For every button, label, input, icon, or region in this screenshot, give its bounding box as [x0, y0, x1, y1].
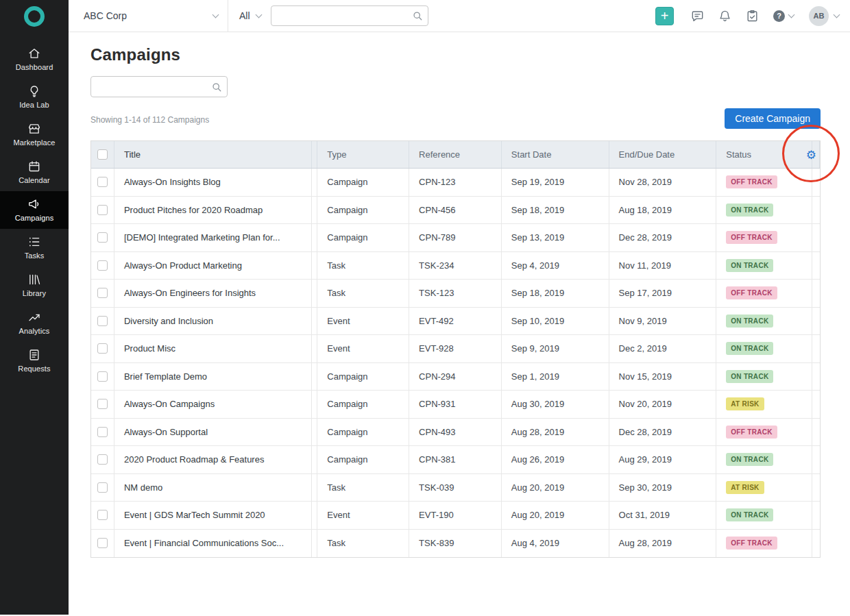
row-checkbox[interactable] [97, 343, 108, 354]
frozen-divider [312, 530, 317, 558]
row-end-spacer [812, 335, 820, 362]
home-icon [27, 47, 41, 60]
table-row[interactable]: Always-On SupportalCampaignCPN-493Aug 28… [91, 419, 820, 447]
campaign-title[interactable]: Always-On Insights Blog [114, 169, 312, 196]
campaign-status-cell: ON TRACK [716, 197, 812, 224]
column-status[interactable]: Status [716, 141, 812, 168]
chevron-down-icon [788, 12, 795, 19]
table-row[interactable]: Product Pitches for 2020 RoadmapCampaign… [91, 197, 820, 225]
main-content: Campaigns Showing 1-14 of 112 Campaigns … [69, 32, 850, 616]
row-checkbox[interactable] [97, 260, 108, 271]
brand-logo-icon[interactable] [24, 6, 45, 27]
sidebar-item-label: Analytics [19, 327, 50, 335]
campaign-end-date: Sep 30, 2019 [609, 474, 717, 502]
table-row[interactable]: Always-On Product MarketingTaskTSK-234Se… [91, 252, 820, 280]
campaign-status-cell: OFF TRACK [716, 419, 812, 446]
campaign-title[interactable]: Always-On Product Marketing [114, 252, 312, 280]
sidebar-item-tasks[interactable]: Tasks [0, 229, 69, 267]
table-row[interactable]: Event | Financial Communications Soc...T… [91, 530, 820, 558]
row-end-spacer [812, 169, 820, 196]
sidebar-item-library[interactable]: Library [0, 267, 69, 304]
row-checkbox[interactable] [97, 288, 108, 298]
campaign-end-date: Nov 11, 2019 [609, 252, 717, 280]
column-end-date[interactable]: End/Due Date [609, 141, 717, 168]
approvals-icon[interactable] [745, 9, 760, 23]
create-campaign-button[interactable]: Create Campaign [725, 108, 821, 129]
sidebar-item-requests[interactable]: Requests [0, 342, 69, 380]
frozen-divider [312, 502, 317, 529]
campaign-title[interactable]: Always-On Campaigns [114, 391, 312, 418]
campaign-status-cell: ON TRACK [716, 335, 812, 362]
campaign-title[interactable]: Diversity and Inclusion [114, 308, 312, 335]
status-badge: ON TRACK [726, 259, 773, 272]
row-checkbox[interactable] [97, 399, 108, 409]
campaign-title[interactable]: Product Pitches for 2020 Roadmap [114, 197, 312, 224]
row-checkbox[interactable] [97, 232, 108, 243]
sidebar-item-idea-lab[interactable]: Idea Lab [0, 78, 69, 116]
row-select-cell [91, 197, 114, 224]
campaign-type: Task [317, 280, 409, 307]
chevron-down-icon [255, 12, 262, 19]
table-row[interactable]: [DEMO] Integrated Marketing Plan for...C… [91, 224, 820, 252]
campaign-end-date: Nov 15, 2019 [609, 363, 717, 391]
row-select-cell [91, 169, 114, 196]
campaign-end-date: Dec 28, 2019 [609, 419, 717, 446]
row-checkbox[interactable] [97, 205, 108, 215]
campaign-start-date: Sep 13, 2019 [502, 224, 609, 251]
row-checkbox[interactable] [97, 371, 108, 382]
campaign-title[interactable]: 2020 Product Roadmap & Features [114, 446, 312, 473]
messages-icon[interactable] [690, 9, 705, 23]
campaign-reference: TSK-234 [409, 252, 502, 280]
column-settings-gear-icon[interactable]: ⚙︎ [806, 149, 816, 160]
campaign-title[interactable]: Brief Template Demo [114, 363, 312, 391]
sidebar-item-label: Dashboard [16, 63, 53, 71]
campaign-title[interactable]: Always-On Engineers for Insights [114, 280, 312, 307]
column-title[interactable]: Title [114, 141, 312, 168]
help-icon: ? [773, 10, 785, 22]
row-checkbox[interactable] [97, 482, 108, 493]
search-scope-select[interactable]: All [239, 10, 261, 21]
campaign-reference: CPN-456 [409, 197, 502, 224]
sidebar-item-marketplace[interactable]: Marketplace [0, 116, 69, 153]
campaign-start-date: Aug 30, 2019 [502, 391, 609, 418]
campaign-title[interactable]: NM demo [114, 474, 312, 502]
create-new-button[interactable]: + [655, 7, 674, 25]
sidebar-item-campaigns[interactable]: Campaigns [0, 191, 69, 229]
sidebar-item-calendar[interactable]: Calendar [0, 153, 69, 191]
campaign-title[interactable]: Event | GDS MarTech Summit 2020 [114, 502, 312, 529]
campaign-title[interactable]: Always-On Supportal [114, 419, 312, 446]
table-row[interactable]: Event | GDS MarTech Summit 2020EventEVT-… [91, 502, 820, 530]
table-row[interactable]: Always-On CampaignsCampaignCPN-931Aug 30… [91, 391, 820, 419]
row-checkbox[interactable] [97, 316, 108, 326]
row-checkbox[interactable] [97, 454, 108, 465]
user-menu[interactable]: AB [809, 6, 839, 26]
table-row[interactable]: Always-On Engineers for InsightsTaskTSK-… [91, 280, 820, 308]
campaign-search-input[interactable] [91, 77, 227, 97]
table-row[interactable]: 2020 Product Roadmap & FeaturesCampaignC… [91, 446, 820, 474]
campaign-start-date: Aug 26, 2019 [502, 446, 609, 473]
table-row[interactable]: NM demoTaskTSK-039Aug 20, 2019Sep 30, 20… [91, 474, 820, 502]
column-start-date[interactable]: Start Date [502, 141, 609, 168]
table-row[interactable]: Product MiscEventEVT-928Sep 9, 2019Dec 2… [91, 335, 820, 363]
row-checkbox[interactable] [97, 510, 108, 520]
table-row[interactable]: Brief Template DemoCampaignCPN-294Sep 1,… [91, 363, 820, 391]
row-checkbox[interactable] [97, 177, 108, 187]
select-all-checkbox[interactable] [97, 149, 108, 160]
campaign-title[interactable]: Product Misc [114, 335, 312, 362]
sidebar-item-analytics[interactable]: Analytics [0, 304, 69, 342]
row-checkbox[interactable] [97, 427, 108, 437]
sidebar-item-dashboard[interactable]: Dashboard [0, 40, 69, 78]
row-checkbox[interactable] [97, 538, 108, 548]
table-row[interactable]: Always-On Insights BlogCampaignCPN-123Se… [91, 169, 820, 197]
campaign-title[interactable]: [DEMO] Integrated Marketing Plan for... [114, 224, 312, 251]
sidebar-item-label: Tasks [25, 251, 45, 260]
global-search-input[interactable] [271, 6, 428, 25]
help-menu[interactable]: ? [773, 10, 794, 22]
campaign-title[interactable]: Event | Financial Communications Soc... [114, 530, 312, 558]
notifications-icon[interactable] [718, 9, 732, 23]
table-row[interactable]: Diversity and InclusionEventEVT-492Sep 1… [91, 308, 820, 336]
logo-container [0, 0, 69, 32]
column-reference[interactable]: Reference [409, 141, 502, 168]
column-type[interactable]: Type [317, 141, 409, 168]
company-switcher[interactable]: ABC Corp [84, 10, 218, 21]
